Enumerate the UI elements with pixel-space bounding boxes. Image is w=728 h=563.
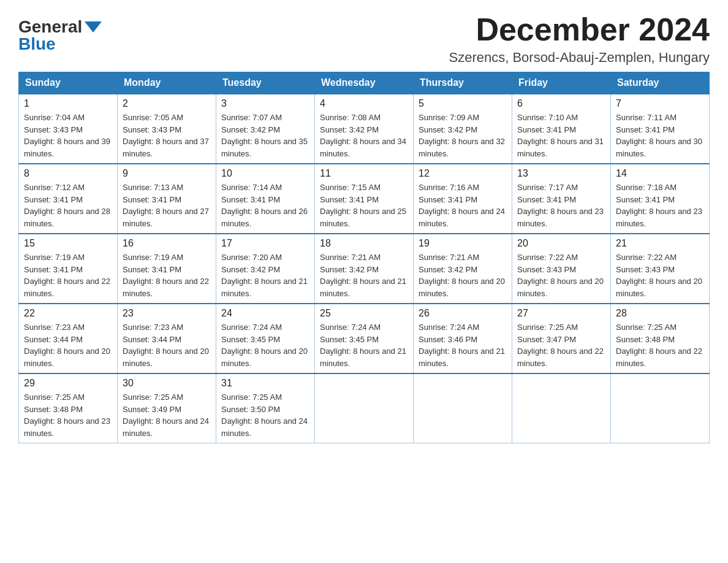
day-info: Sunrise: 7:24 AMSunset: 3:45 PMDaylight:… — [221, 321, 309, 369]
day-info: Sunrise: 7:25 AMSunset: 3:48 PMDaylight:… — [616, 321, 704, 369]
day-cell-31: 31 Sunrise: 7:25 AMSunset: 3:50 PMDaylig… — [216, 373, 315, 443]
day-info: Sunrise: 7:19 AMSunset: 3:41 PMDaylight:… — [24, 251, 112, 299]
weekday-header-tuesday: Tuesday — [216, 72, 315, 94]
calendar-subtitle: Szerencs, Borsod-Abauj-Zemplen, Hungary — [449, 50, 710, 66]
day-number: 4 — [320, 98, 408, 109]
day-cell-10: 10 Sunrise: 7:14 AMSunset: 3:41 PMDaylig… — [216, 164, 315, 234]
day-cell-1: 1 Sunrise: 7:04 AMSunset: 3:43 PMDayligh… — [19, 94, 118, 164]
day-cell-5: 5 Sunrise: 7:09 AMSunset: 3:42 PMDayligh… — [414, 94, 512, 164]
weekday-header-sunday: Sunday — [19, 72, 118, 94]
day-cell-21: 21 Sunrise: 7:22 AMSunset: 3:43 PMDaylig… — [611, 234, 710, 304]
day-cell-29: 29 Sunrise: 7:25 AMSunset: 3:48 PMDaylig… — [19, 373, 118, 443]
day-cell-12: 12 Sunrise: 7:16 AMSunset: 3:41 PMDaylig… — [414, 164, 512, 234]
weekday-header-wednesday: Wednesday — [315, 72, 414, 94]
day-number: 23 — [123, 308, 211, 319]
logo-blue-text: Blue — [18, 36, 56, 53]
day-number: 21 — [616, 238, 704, 249]
day-info: Sunrise: 7:23 AMSunset: 3:44 PMDaylight:… — [24, 321, 112, 369]
day-info: Sunrise: 7:12 AMSunset: 3:41 PMDaylight:… — [24, 182, 112, 229]
day-info: Sunrise: 7:15 AMSunset: 3:41 PMDaylight:… — [320, 182, 408, 229]
day-cell-20: 20 Sunrise: 7:22 AMSunset: 3:43 PMDaylig… — [512, 234, 611, 304]
day-cell-13: 13 Sunrise: 7:17 AMSunset: 3:41 PMDaylig… — [512, 164, 611, 234]
day-cell-15: 15 Sunrise: 7:19 AMSunset: 3:41 PMDaylig… — [19, 234, 118, 304]
weekday-header-row: SundayMondayTuesdayWednesdayThursdayFrid… — [19, 72, 710, 94]
day-cell-28: 28 Sunrise: 7:25 AMSunset: 3:48 PMDaylig… — [611, 304, 710, 373]
day-info: Sunrise: 7:10 AMSunset: 3:41 PMDaylight:… — [517, 112, 605, 159]
day-cell-4: 4 Sunrise: 7:08 AMSunset: 3:42 PMDayligh… — [315, 94, 414, 164]
weekday-header-friday: Friday — [512, 72, 611, 94]
day-number: 14 — [616, 168, 704, 179]
day-cell-9: 9 Sunrise: 7:13 AMSunset: 3:41 PMDayligh… — [118, 164, 216, 234]
day-info: Sunrise: 7:09 AMSunset: 3:42 PMDaylight:… — [419, 112, 507, 159]
day-number: 13 — [517, 168, 605, 179]
day-number: 9 — [123, 168, 211, 179]
day-cell-27: 27 Sunrise: 7:25 AMSunset: 3:47 PMDaylig… — [512, 304, 611, 373]
day-number: 27 — [517, 308, 605, 319]
calendar-title: December 2024 — [449, 12, 710, 47]
day-info: Sunrise: 7:23 AMSunset: 3:44 PMDaylight:… — [123, 321, 211, 369]
day-info: Sunrise: 7:07 AMSunset: 3:42 PMDaylight:… — [221, 112, 309, 159]
day-cell-14: 14 Sunrise: 7:18 AMSunset: 3:41 PMDaylig… — [611, 164, 710, 234]
day-number: 8 — [24, 168, 112, 179]
day-number: 11 — [320, 168, 408, 179]
day-cell-empty — [512, 373, 611, 443]
week-row-3: 15 Sunrise: 7:19 AMSunset: 3:41 PMDaylig… — [19, 234, 710, 304]
calendar-table: SundayMondayTuesdayWednesdayThursdayFrid… — [18, 72, 710, 443]
day-info: Sunrise: 7:24 AMSunset: 3:45 PMDaylight:… — [320, 321, 408, 369]
day-number: 7 — [616, 98, 704, 109]
day-cell-30: 30 Sunrise: 7:25 AMSunset: 3:49 PMDaylig… — [118, 373, 216, 443]
day-cell-3: 3 Sunrise: 7:07 AMSunset: 3:42 PMDayligh… — [216, 94, 315, 164]
day-number: 20 — [517, 238, 605, 249]
day-cell-empty — [611, 373, 710, 443]
week-row-2: 8 Sunrise: 7:12 AMSunset: 3:41 PMDayligh… — [19, 164, 710, 234]
day-info: Sunrise: 7:13 AMSunset: 3:41 PMDaylight:… — [123, 182, 211, 229]
day-number: 24 — [221, 308, 309, 319]
day-info: Sunrise: 7:20 AMSunset: 3:42 PMDaylight:… — [221, 251, 309, 299]
day-number: 1 — [24, 98, 112, 109]
day-info: Sunrise: 7:21 AMSunset: 3:42 PMDaylight:… — [419, 251, 507, 299]
logo-general-text: General — [18, 18, 82, 36]
weekday-header-thursday: Thursday — [414, 72, 512, 94]
day-cell-16: 16 Sunrise: 7:19 AMSunset: 3:41 PMDaylig… — [118, 234, 216, 304]
day-number: 15 — [24, 238, 112, 249]
day-number: 6 — [517, 98, 605, 109]
week-row-4: 22 Sunrise: 7:23 AMSunset: 3:44 PMDaylig… — [19, 304, 710, 373]
day-number: 30 — [123, 378, 211, 389]
day-info: Sunrise: 7:16 AMSunset: 3:41 PMDaylight:… — [419, 182, 507, 229]
day-cell-2: 2 Sunrise: 7:05 AMSunset: 3:43 PMDayligh… — [118, 94, 216, 164]
day-info: Sunrise: 7:25 AMSunset: 3:47 PMDaylight:… — [517, 321, 605, 369]
day-info: Sunrise: 7:05 AMSunset: 3:43 PMDaylight:… — [123, 112, 211, 159]
day-info: Sunrise: 7:08 AMSunset: 3:42 PMDaylight:… — [320, 112, 408, 159]
day-cell-22: 22 Sunrise: 7:23 AMSunset: 3:44 PMDaylig… — [19, 304, 118, 373]
day-number: 16 — [123, 238, 211, 249]
title-area: December 2024 Szerencs, Borsod-Abauj-Zem… — [449, 12, 710, 66]
day-cell-6: 6 Sunrise: 7:10 AMSunset: 3:41 PMDayligh… — [512, 94, 611, 164]
page-header: General Blue December 2024 Szerencs, Bor… — [18, 12, 710, 66]
day-info: Sunrise: 7:25 AMSunset: 3:50 PMDaylight:… — [221, 391, 309, 439]
day-cell-7: 7 Sunrise: 7:11 AMSunset: 3:41 PMDayligh… — [611, 94, 710, 164]
day-cell-empty — [414, 373, 512, 443]
day-info: Sunrise: 7:22 AMSunset: 3:43 PMDaylight:… — [616, 251, 704, 299]
day-cell-empty — [315, 373, 414, 443]
day-cell-8: 8 Sunrise: 7:12 AMSunset: 3:41 PMDayligh… — [19, 164, 118, 234]
day-cell-25: 25 Sunrise: 7:24 AMSunset: 3:45 PMDaylig… — [315, 304, 414, 373]
day-info: Sunrise: 7:19 AMSunset: 3:41 PMDaylight:… — [123, 251, 211, 299]
day-number: 26 — [419, 308, 507, 319]
week-row-1: 1 Sunrise: 7:04 AMSunset: 3:43 PMDayligh… — [19, 94, 710, 164]
day-cell-17: 17 Sunrise: 7:20 AMSunset: 3:42 PMDaylig… — [216, 234, 315, 304]
day-number: 12 — [419, 168, 507, 179]
day-cell-23: 23 Sunrise: 7:23 AMSunset: 3:44 PMDaylig… — [118, 304, 216, 373]
day-number: 31 — [221, 378, 309, 389]
day-number: 10 — [221, 168, 309, 179]
logo: General Blue — [18, 18, 102, 53]
day-info: Sunrise: 7:22 AMSunset: 3:43 PMDaylight:… — [517, 251, 605, 299]
day-number: 18 — [320, 238, 408, 249]
day-cell-24: 24 Sunrise: 7:24 AMSunset: 3:45 PMDaylig… — [216, 304, 315, 373]
logo-arrow-icon — [85, 21, 102, 33]
day-number: 3 — [221, 98, 309, 109]
day-info: Sunrise: 7:21 AMSunset: 3:42 PMDaylight:… — [320, 251, 408, 299]
weekday-header-monday: Monday — [118, 72, 216, 94]
day-info: Sunrise: 7:25 AMSunset: 3:48 PMDaylight:… — [24, 391, 112, 439]
day-number: 2 — [123, 98, 211, 109]
day-number: 28 — [616, 308, 704, 319]
